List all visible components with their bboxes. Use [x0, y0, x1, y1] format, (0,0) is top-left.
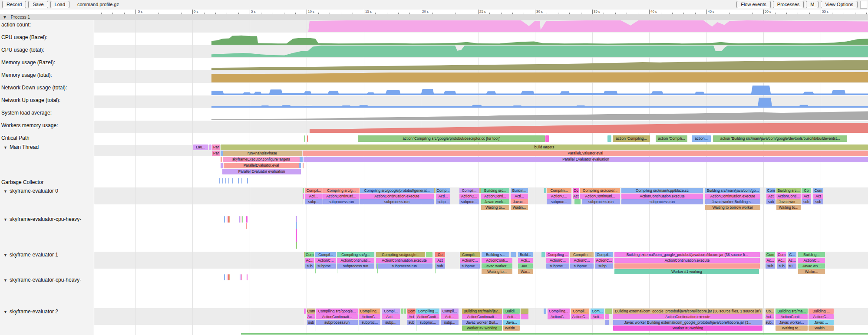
event-bar[interactable]: Co... — [766, 309, 774, 314]
event-bar[interactable]: Ac... — [777, 258, 786, 263]
event-bar[interactable]: Compil... — [305, 188, 323, 193]
event-bar[interactable]: Javac work... — [481, 199, 509, 204]
event-bar[interactable]: ActionC... — [595, 258, 613, 263]
event-bar-sliver[interactable] — [511, 252, 516, 257]
event-bar[interactable]: Comp... — [436, 188, 450, 193]
event-bar[interactable]: ActionConti... — [776, 194, 801, 199]
event-bar[interactable]: Compiling... — [548, 309, 570, 314]
event-bar[interactable]: Compil... — [315, 252, 336, 257]
event-bar[interactable]: ActionC... — [315, 258, 336, 263]
event-bar[interactable]: Build... — [518, 252, 533, 257]
event-bar[interactable]: Worker #1 working — [614, 269, 759, 274]
event-bar-sliver[interactable] — [247, 274, 248, 280]
event-bar-sliver[interactable] — [574, 199, 581, 204]
event-bar[interactable]: ActionContinuation.execute — [621, 194, 703, 199]
event-bar-sliver[interactable] — [228, 216, 229, 223]
event-bar[interactable]: Waitin... — [809, 325, 834, 331]
event-bar-sliver[interactable] — [209, 145, 211, 150]
event-bar[interactable]: action 'Compiling... — [613, 135, 650, 142]
event-bar-sliver[interactable] — [299, 163, 301, 168]
event-bar-sliver[interactable] — [607, 135, 611, 142]
event-bar[interactable]: Building s... — [482, 252, 509, 257]
event-bar[interactable]: Javac wor... — [776, 199, 801, 204]
event-bar[interactable]: Compili... — [460, 252, 480, 257]
event-bar[interactable]: Javac worker... — [776, 320, 808, 325]
counter-area-network-up-usage-total[interactable] — [94, 95, 868, 108]
counter-area-network-down-usage-total[interactable] — [94, 83, 868, 95]
event-bar[interactable]: runAnalysisPhase — [223, 151, 302, 156]
event-bar[interactable]: ActionC... — [571, 314, 589, 319]
event-bar[interactable]: ActionConti... — [482, 258, 512, 263]
track-label-skyframe-evaluator-1[interactable]: ▼skyframe-evaluator 1 — [3, 252, 58, 258]
event-bar[interactable]: Act — [766, 194, 776, 199]
event-bar[interactable]: Acti... — [441, 314, 459, 319]
event-bar[interactable]: Compil... — [571, 309, 589, 314]
event-bar[interactable]: Wai... — [518, 269, 533, 274]
event-bar[interactable]: ActionContinuati... — [462, 314, 502, 319]
chart-area[interactable]: action 'Compiling src/google/protobuf/de… — [0, 0, 868, 335]
event-bar[interactable]: subprocess.run — [316, 320, 358, 325]
event-bar-sliver[interactable] — [401, 309, 403, 314]
event-bar[interactable]: Java... — [503, 320, 520, 325]
event-bar[interactable]: ActionC... — [459, 194, 479, 199]
event-bar[interactable]: ParallelEvaluator.eval — [224, 163, 299, 168]
event-bar[interactable]: Waitin... — [798, 269, 825, 274]
counter-area-action-count[interactable] — [94, 20, 868, 33]
event-bar-sliver[interactable] — [221, 157, 222, 162]
event-bar[interactable]: Compiling src/core/... — [580, 188, 620, 193]
event-bar[interactable]: Act... — [766, 314, 774, 319]
track-label-skyframe-evaluator-0[interactable]: ▼skyframe-evaluator 0 — [3, 188, 58, 194]
event-bar[interactable]: C... — [788, 252, 796, 257]
event-bar[interactable]: Building src/main/java/com/go... — [705, 188, 760, 193]
event-bar[interactable]: Act — [573, 194, 579, 199]
event-bar[interactable]: subp... — [305, 199, 323, 204]
event-bar[interactable]: sub — [766, 199, 776, 204]
event-bar[interactable]: Par — [212, 151, 220, 156]
event-bar[interactable]: Acti... — [503, 314, 520, 319]
event-bar[interactable]: Building ... — [809, 309, 834, 314]
event-bar-sliver[interactable] — [300, 157, 303, 162]
event-bar[interactable]: Compi... — [382, 309, 400, 314]
event-bar[interactable]: Co — [802, 188, 811, 193]
event-bar[interactable]: Ac... — [788, 258, 796, 263]
event-bar[interactable]: Ac... — [305, 258, 314, 263]
event-bar[interactable]: Act — [407, 314, 416, 319]
event-bar[interactable]: Waiting to... — [776, 325, 808, 331]
event-bar[interactable]: Compilin... — [570, 252, 594, 257]
event-bar[interactable]: subprocess.run — [582, 199, 620, 204]
track-label-skyframe-evaluator-2[interactable]: ▼skyframe-evaluator 2 — [3, 309, 58, 315]
event-bar[interactable]: ActionContinuati... — [316, 314, 358, 319]
event-bar[interactable]: Com — [307, 309, 315, 314]
event-bar[interactable]: Act — [435, 258, 445, 263]
event-bar[interactable]: Act — [813, 194, 823, 199]
event-bar[interactable]: Javac worker Building s... — [705, 199, 760, 204]
collapse-arrow-icon[interactable]: ▼ — [3, 217, 7, 222]
collapse-arrow-icon[interactable]: ▼ — [3, 189, 7, 194]
event-bar[interactable]: subproc... — [315, 263, 336, 269]
event-bar-sliver[interactable] — [224, 274, 225, 280]
event-bar[interactable]: action 'Building src/main/java/com/googl… — [713, 135, 847, 142]
event-bar[interactable]: subproc... — [546, 263, 569, 269]
event-bar[interactable]: ActionC... — [359, 314, 380, 319]
event-bar[interactable]: Com — [305, 252, 314, 257]
event-bar-sliver[interactable] — [521, 314, 528, 319]
event-bar-sliver[interactable] — [227, 216, 228, 223]
event-bar[interactable]: subproc... — [416, 320, 439, 325]
event-bar[interactable]: Buildin... — [511, 188, 528, 193]
event-bar-sliver[interactable] — [225, 178, 226, 184]
event-bar-sliver[interactable] — [614, 263, 760, 269]
event-bar[interactable]: ActionC... — [460, 258, 480, 263]
event-bar-sliver[interactable] — [605, 309, 612, 314]
event-bar[interactable]: Compiling ... — [546, 252, 569, 257]
event-bar[interactable]: Javac ... — [809, 320, 834, 325]
event-bar[interactable]: subproc... — [570, 263, 594, 269]
event-bar-sliver[interactable] — [241, 178, 242, 184]
event-bar[interactable]: Compiling src/main/cpp/blaze.cc — [621, 188, 703, 193]
event-bar[interactable]: ActionConti... — [481, 194, 509, 199]
event-bar[interactable]: subprocess.run — [621, 199, 703, 204]
event-bar[interactable]: ActionContinuati... — [580, 194, 620, 199]
event-bar[interactable]: sub — [813, 199, 823, 204]
clipped-bottom-bar[interactable] — [241, 333, 868, 335]
event-bar[interactable]: Co — [573, 188, 579, 193]
event-bar[interactable]: Building src/main/jav... — [462, 309, 502, 314]
